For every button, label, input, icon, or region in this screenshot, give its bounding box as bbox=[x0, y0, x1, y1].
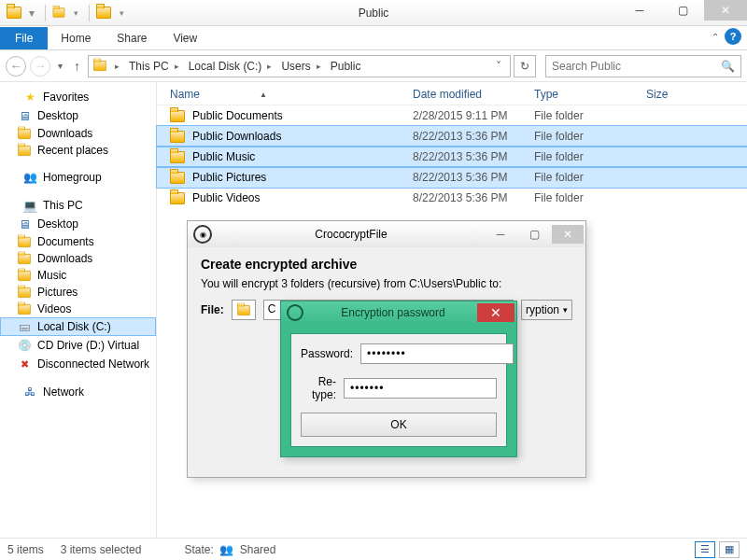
sidebar-item-label: Downloads bbox=[37, 127, 92, 140]
sidebar-item-desktop[interactable]: 🖥Desktop bbox=[0, 106, 156, 125]
chevron-down-icon: ▾ bbox=[563, 305, 568, 315]
dialog-title-bar[interactable]: ◉ CrococryptFile ─ ▢ ✕ bbox=[188, 221, 585, 247]
file-label: File: bbox=[201, 303, 224, 316]
cd-icon: 💿 bbox=[17, 338, 32, 353]
column-label: Date modified bbox=[413, 88, 482, 101]
desktop-icon: 🖥 bbox=[17, 108, 32, 123]
new-folder-icon[interactable] bbox=[51, 6, 66, 21]
sidebar-item-localdisk[interactable]: 🖴Local Disk (C:) bbox=[0, 317, 156, 336]
search-input[interactable] bbox=[552, 60, 721, 73]
sidebar-head-homegroup[interactable]: 👥Homegroup bbox=[0, 168, 156, 187]
tab-share[interactable]: Share bbox=[104, 27, 160, 49]
ribbon: File Home Share View ⌃ ? bbox=[0, 26, 747, 50]
breadcrumb[interactable]: This PC▸ bbox=[127, 60, 185, 73]
breadcrumb-label: Public bbox=[331, 60, 361, 73]
sidebar-head-favorites[interactable]: ★Favorites bbox=[0, 88, 156, 106]
folder-icon bbox=[7, 7, 21, 19]
minimize-button[interactable]: ─ bbox=[618, 0, 661, 21]
file-tab[interactable]: File bbox=[0, 27, 48, 49]
sidebar-item-documents[interactable]: Documents bbox=[0, 233, 156, 250]
sidebar-group-favorites: ★Favorites 🖥Desktop Downloads Recent pla… bbox=[0, 88, 156, 159]
table-row[interactable]: Public Videos8/22/2013 5:36 PMFile folde… bbox=[157, 188, 747, 208]
dialog-maximize-button[interactable]: ▢ bbox=[518, 225, 550, 244]
sidebar-item-label: Downloads bbox=[37, 252, 92, 265]
ok-button[interactable]: OK bbox=[301, 413, 497, 437]
folder-icon bbox=[18, 145, 31, 155]
breadcrumb[interactable]: Users▸ bbox=[279, 60, 326, 73]
window-title: Public bbox=[129, 7, 618, 20]
folder-icon bbox=[18, 270, 31, 280]
recent-locations-icon[interactable]: ▾ bbox=[54, 61, 66, 71]
chevron-down-icon[interactable]: ˅ bbox=[491, 59, 506, 74]
search-box[interactable]: 🔍 bbox=[545, 55, 741, 77]
file-name: Public Documents bbox=[192, 109, 283, 122]
help-icon[interactable]: ? bbox=[725, 28, 741, 45]
folder-icon bbox=[93, 61, 106, 71]
password-inner: Password: Re-type: OK bbox=[290, 333, 507, 447]
sidebar-item-disconnected[interactable]: ✖Disconnected Network bbox=[0, 355, 156, 373]
tab-home[interactable]: Home bbox=[48, 27, 104, 49]
sidebar-head-network[interactable]: 🖧Network bbox=[0, 383, 156, 401]
sidebar-item-videos[interactable]: Videos bbox=[0, 301, 156, 317]
chevron-down-icon[interactable]: ▾ bbox=[24, 6, 39, 21]
maximize-button[interactable]: ▢ bbox=[661, 0, 704, 21]
password-input[interactable] bbox=[360, 343, 514, 364]
close-button[interactable]: ✕ bbox=[704, 0, 747, 21]
collapse-ribbon-icon[interactable]: ⌃ bbox=[712, 32, 719, 42]
back-button[interactable]: ← bbox=[6, 56, 26, 77]
sidebar-item-downloads[interactable]: Downloads bbox=[0, 125, 156, 142]
file-type: File folder bbox=[534, 150, 646, 163]
table-row[interactable]: Public Music8/22/2013 5:36 PMFile folder bbox=[157, 147, 747, 167]
breadcrumb-root-caret[interactable]: ▸ bbox=[109, 62, 125, 71]
file-name: Public Music bbox=[192, 150, 255, 163]
breadcrumb-label: Local Disk (C:) bbox=[189, 60, 262, 73]
password-close-button[interactable]: ✕ bbox=[477, 303, 514, 322]
address-bar[interactable]: ▸ This PC▸ Local Disk (C:)▸ Users▸ Publi… bbox=[88, 55, 511, 77]
forward-button[interactable]: → bbox=[30, 56, 50, 77]
refresh-button[interactable]: ↻ bbox=[514, 55, 536, 77]
password-title-bar[interactable]: Encryption password ✕ bbox=[281, 301, 516, 324]
password-body: Password: Re-type: OK bbox=[281, 324, 516, 456]
column-size[interactable]: Size bbox=[646, 88, 702, 101]
dialog-close-button[interactable]: ✕ bbox=[552, 225, 584, 244]
column-type[interactable]: Type bbox=[534, 88, 646, 101]
column-label: Type bbox=[534, 88, 558, 101]
sidebar-item-label: CD Drive (D:) Virtual bbox=[37, 339, 139, 352]
sidebar-item-downloads2[interactable]: Downloads bbox=[0, 250, 156, 267]
dialog-heading: Create encrypted archive bbox=[201, 257, 572, 272]
dialog-minimize-button[interactable]: ─ bbox=[485, 225, 516, 244]
file-value: C bbox=[268, 302, 276, 315]
table-row[interactable]: Public Downloads8/22/2013 5:36 PMFile fo… bbox=[157, 126, 747, 147]
sidebar-item-desktop2[interactable]: 🖥Desktop bbox=[0, 215, 156, 233]
file-picker-button[interactable] bbox=[232, 300, 256, 320]
sidebar-head-thispc[interactable]: 💻This PC bbox=[0, 196, 156, 215]
sidebar-item-label: Desktop bbox=[37, 109, 78, 122]
column-date[interactable]: Date modified bbox=[413, 88, 534, 101]
table-row[interactable]: Public Documents2/28/2015 9:11 PMFile fo… bbox=[157, 105, 747, 126]
details-view-button[interactable]: ☰ bbox=[695, 541, 715, 558]
sidebar-item-recent[interactable]: Recent places bbox=[0, 142, 156, 159]
folder-icon bbox=[18, 253, 31, 263]
chevron-down-icon[interactable]: ▾ bbox=[114, 6, 129, 21]
tab-view[interactable]: View bbox=[160, 27, 210, 49]
disk-icon: 🖴 bbox=[17, 319, 32, 334]
table-row[interactable]: Public Pictures8/22/2013 5:36 PMFile fol… bbox=[157, 167, 747, 188]
sidebar-item-label: Pictures bbox=[37, 286, 78, 299]
retype-input[interactable] bbox=[344, 378, 497, 399]
encryption-dropdown[interactable]: ryption▾ bbox=[521, 300, 572, 320]
icons-view-button[interactable]: ▦ bbox=[719, 541, 740, 558]
sidebar-item-cddrive[interactable]: 💿CD Drive (D:) Virtual bbox=[0, 336, 156, 355]
column-name[interactable]: Name▲ bbox=[170, 88, 413, 101]
state-label: State: bbox=[184, 543, 213, 556]
up-button[interactable]: ↑ bbox=[70, 59, 84, 74]
breadcrumb[interactable]: Public bbox=[329, 60, 363, 73]
file-date: 8/22/2013 5:36 PM bbox=[413, 171, 534, 184]
sidebar-item-music[interactable]: Music bbox=[0, 267, 156, 284]
sidebar-group-network: 🖧Network bbox=[0, 383, 156, 401]
search-icon[interactable]: 🔍 bbox=[721, 60, 735, 73]
open-icon[interactable] bbox=[95, 6, 112, 21]
password-row: Password: bbox=[301, 343, 497, 364]
sidebar-item-pictures[interactable]: Pictures bbox=[0, 284, 156, 301]
breadcrumb[interactable]: Local Disk (C:)▸ bbox=[187, 60, 278, 73]
chevron-down-icon[interactable]: ▾ bbox=[68, 6, 83, 21]
